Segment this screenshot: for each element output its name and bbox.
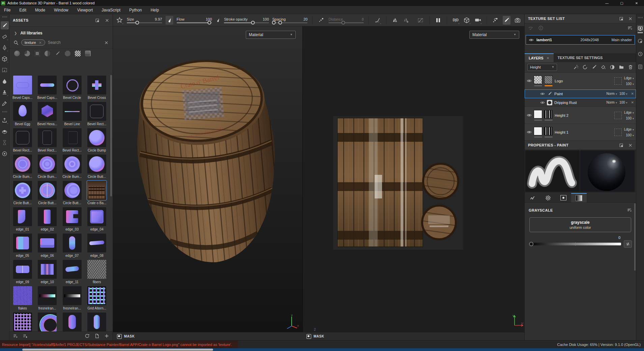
clone-tool-icon[interactable]: ⌄: [1, 88, 9, 96]
asset-item[interactable]: Bevel Rect...: [36, 128, 59, 155]
layer-content-thumbnail[interactable]: [544, 110, 553, 118]
alphas-filter-icon[interactable]: [65, 51, 70, 56]
solo-icon[interactable]: [538, 25, 544, 31]
layer-row-height1[interactable]: Height 1 Ldge▾ 100▾: [525, 124, 636, 141]
material-picker-tool-icon[interactable]: [1, 99, 9, 107]
add-smart-material-icon[interactable]: [573, 64, 579, 70]
menu-item[interactable]: Mode: [35, 8, 45, 12]
asset-item[interactable]: Circle Butt...: [36, 181, 59, 207]
close-panel-icon[interactable]: [105, 18, 109, 23]
asset-item[interactable]: fresnelran...: [61, 286, 83, 313]
spacing-value[interactable]: 20: [303, 17, 308, 21]
textures-filter-icon[interactable]: [75, 51, 81, 56]
menu-item[interactable]: Help: [151, 8, 159, 12]
asset-item[interactable]: edge_04: [86, 207, 108, 234]
add-fill-layer-icon[interactable]: [601, 64, 606, 70]
brush-alpha-icon[interactable]: ⌄: [116, 16, 123, 25]
viewport-2d[interactable]: Material ▼: [302, 26, 525, 332]
split-view-icon[interactable]: D|D⌄: [452, 16, 460, 25]
polygon-select-tool-icon[interactable]: [1, 66, 9, 74]
eye-icon[interactable]: [540, 100, 545, 105]
add-paint-layer-icon[interactable]: [591, 64, 597, 70]
flow-slider[interactable]: [177, 22, 212, 23]
blend-mode-select[interactable]: Norm▾: [606, 101, 617, 104]
lazy-mouse-icon[interactable]: [417, 16, 425, 25]
asset-item[interactable]: edge_05: [11, 234, 34, 260]
grayscale-slider-knob[interactable]: [529, 242, 533, 246]
asset-item[interactable]: Bevel Hexa...: [36, 102, 59, 128]
asset-item[interactable]: Grid Altern...: [86, 286, 108, 313]
opacity-select[interactable]: 100▾: [626, 116, 634, 120]
mask-indicator-icon[interactable]: [117, 334, 122, 339]
close-panel-icon[interactable]: [628, 143, 633, 147]
blend-mode-select[interactable]: Ldge▾: [624, 111, 634, 114]
asset-item[interactable]: Bevel Line: [61, 102, 83, 128]
asset-item[interactable]: edge_02: [36, 207, 59, 234]
asset-item[interactable]: fibers: [86, 260, 108, 286]
add-folder-icon[interactable]: [619, 64, 624, 70]
brush-settings-tab[interactable]: [525, 193, 540, 202]
stroke-opacity-slider[interactable]: [224, 22, 269, 23]
export-icon[interactable]: ⌄: [1, 116, 9, 124]
assets-scrollbar[interactable]: [110, 75, 112, 196]
layer-row-paint[interactable]: Paint Norm▾ 100▾ ✕: [525, 89, 636, 98]
delete-effect-icon[interactable]: ✕: [631, 101, 634, 104]
float-panel-icon[interactable]: [95, 18, 99, 23]
layer-row-logo[interactable]: Logo Ldge▾ 100▾: [525, 73, 636, 89]
asset-item[interactable]: edge_11: [61, 260, 83, 286]
list-view-icon[interactable]: [13, 333, 18, 339]
axis-gizmo-3d[interactable]: Y X: [284, 314, 299, 329]
channel-filter-dropdown[interactable]: Height ▼: [527, 64, 557, 71]
minimize-button[interactable]: —: [599, 0, 614, 6]
asset-item[interactable]: edge_03: [61, 207, 83, 234]
layer-content-thumbnail[interactable]: [544, 127, 553, 135]
layer-mask-thumbnail[interactable]: [534, 76, 542, 84]
add-mask-icon[interactable]: [610, 64, 615, 70]
delete-layer-icon[interactable]: [628, 64, 633, 70]
clear-search-icon[interactable]: [104, 40, 109, 45]
layer-row-dripping-rust[interactable]: Dripping Rust Norm▾ 100▾ ✕: [525, 98, 636, 107]
asset-item[interactable]: Bevel Rect...: [86, 102, 108, 128]
drag-handle[interactable]: [2, 16, 7, 18]
smudge-tool-icon[interactable]: [1, 77, 9, 85]
menu-item[interactable]: JavaScript: [101, 8, 120, 12]
search-tag-chip[interactable]: texture: [21, 39, 45, 46]
filters-filter-icon[interactable]: [45, 51, 50, 56]
eye-icon[interactable]: [529, 37, 534, 43]
list-filter-icon[interactable]: [627, 25, 633, 31]
asset-item[interactable]: Circle Bum...: [11, 155, 34, 181]
size-value[interactable]: 9.97: [155, 17, 162, 21]
eye-icon[interactable]: [540, 91, 545, 96]
layer-mask-thumbnail[interactable]: [534, 110, 542, 118]
smart-materials-filter-icon[interactable]: [24, 51, 30, 56]
symmetry-icon[interactable]: [391, 16, 399, 25]
float-panel-icon[interactable]: [619, 143, 623, 147]
asset-item[interactable]: edge_08: [86, 234, 108, 260]
menu-item[interactable]: Edit: [19, 8, 26, 12]
grayscale-settings-tab[interactable]: [571, 193, 587, 202]
remove-tag-icon[interactable]: [39, 41, 42, 44]
layer-content-thumbnail[interactable]: [544, 76, 553, 84]
menu-item[interactable]: File: [4, 8, 10, 12]
eye-icon[interactable]: [527, 78, 532, 83]
stroke-opacity-value[interactable]: 100: [263, 17, 269, 21]
layer-row-height2[interactable]: Height 2 Ldge▾ 100▾: [525, 107, 636, 124]
asset-item[interactable]: edge_07: [61, 234, 83, 260]
asset-item[interactable]: Bevel Caps...: [36, 76, 59, 102]
asset-item[interactable]: Handle Re...: [61, 313, 83, 331]
texture-set-row[interactable]: lambert1 2048x2048 Main shader: [526, 35, 635, 45]
bake-icon[interactable]: [1, 127, 9, 135]
materials-filter-icon[interactable]: [14, 51, 20, 56]
size-slider[interactable]: [127, 22, 162, 23]
blend-mode-select[interactable]: Ldge▾: [624, 128, 634, 131]
mask-indicator-icon-2d[interactable]: [306, 334, 311, 339]
asset-item[interactable]: Bevel Cross: [86, 76, 108, 102]
opacity-select[interactable]: 100▾: [619, 101, 627, 104]
asset-item[interactable]: Bevel Egg: [11, 102, 34, 128]
asset-item[interactable]: Bevel Caps...: [11, 76, 34, 102]
grayscale-material-button[interactable]: grayscale uniform color: [529, 217, 631, 232]
geometry-fill-tool-icon[interactable]: ⌄: [1, 55, 9, 63]
shader-settings-icon[interactable]: [637, 38, 644, 45]
brushes-filter-icon[interactable]: [55, 51, 60, 56]
spacing-slider[interactable]: [272, 22, 308, 23]
